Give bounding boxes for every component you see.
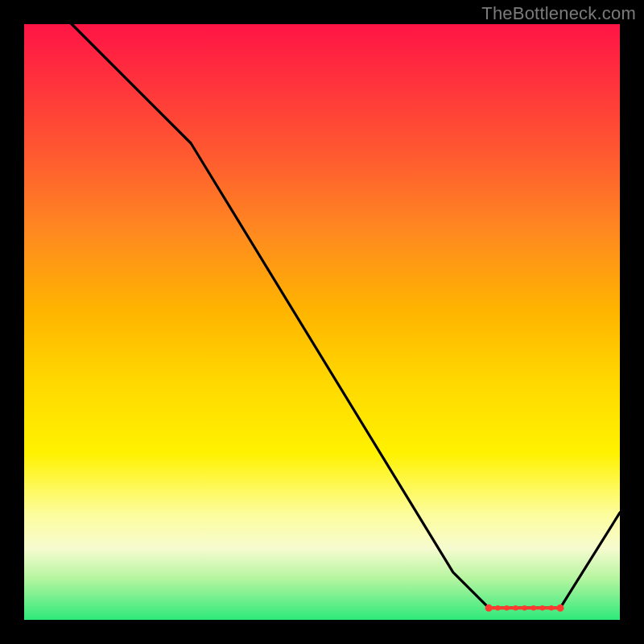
watermark-text: TheBottleneck.com bbox=[481, 3, 636, 24]
marker-dot bbox=[513, 605, 518, 610]
marker-dot bbox=[522, 605, 526, 610]
marker-dot bbox=[549, 605, 554, 610]
marker-dot bbox=[504, 605, 509, 610]
marker-dot bbox=[531, 605, 536, 610]
optimal-range-markers bbox=[485, 605, 564, 612]
marker-dot bbox=[495, 605, 500, 610]
marker-dot bbox=[485, 605, 493, 612]
marker-dot bbox=[540, 605, 545, 610]
chart-frame: TheBottleneck.com bbox=[0, 0, 644, 644]
bottleneck-curve-path bbox=[24, 0, 620, 608]
marker-dot bbox=[557, 605, 564, 612]
plot-area bbox=[24, 24, 620, 620]
line-chart-svg bbox=[24, 24, 620, 620]
